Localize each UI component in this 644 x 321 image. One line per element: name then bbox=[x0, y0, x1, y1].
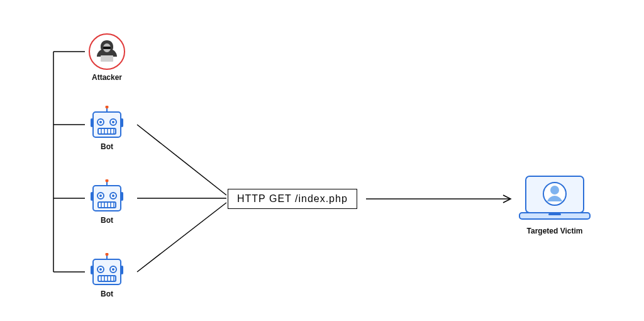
svg-rect-50 bbox=[98, 276, 116, 281]
victim-laptop-icon bbox=[517, 174, 592, 224]
svg-point-17 bbox=[99, 121, 102, 123]
svg-point-34 bbox=[112, 194, 114, 197]
svg-rect-56 bbox=[91, 266, 93, 274]
svg-point-29 bbox=[106, 179, 109, 183]
svg-rect-57 bbox=[121, 266, 123, 274]
svg-rect-12 bbox=[101, 55, 113, 62]
victim-label: Targeted Victim bbox=[516, 227, 594, 235]
svg-point-14 bbox=[106, 106, 109, 109]
svg-rect-20 bbox=[98, 128, 116, 134]
svg-rect-60 bbox=[548, 213, 561, 215]
svg-line-7 bbox=[137, 203, 226, 272]
svg-point-19 bbox=[112, 121, 114, 123]
svg-rect-35 bbox=[98, 202, 116, 208]
svg-rect-41 bbox=[91, 192, 93, 201]
svg-rect-27 bbox=[121, 118, 123, 127]
svg-rect-42 bbox=[121, 192, 123, 201]
bot-label-2: Bot bbox=[89, 216, 125, 225]
bot-icon-3 bbox=[89, 253, 125, 288]
svg-point-44 bbox=[106, 253, 109, 256]
bot-icon-2 bbox=[89, 179, 125, 215]
http-request-box: HTTP GET /index.php bbox=[228, 189, 357, 209]
bot-label-3: Bot bbox=[89, 290, 125, 298]
svg-line-5 bbox=[137, 125, 226, 195]
svg-point-32 bbox=[99, 194, 102, 197]
svg-rect-11 bbox=[103, 47, 111, 49]
svg-point-49 bbox=[112, 268, 114, 271]
attacker-label: Attacker bbox=[88, 73, 126, 82]
attacker-icon bbox=[88, 33, 126, 70]
svg-point-47 bbox=[99, 268, 102, 271]
svg-rect-26 bbox=[91, 118, 93, 127]
bot-icon-1 bbox=[89, 106, 125, 141]
svg-point-62 bbox=[550, 186, 559, 194]
bot-label-1: Bot bbox=[89, 142, 125, 151]
